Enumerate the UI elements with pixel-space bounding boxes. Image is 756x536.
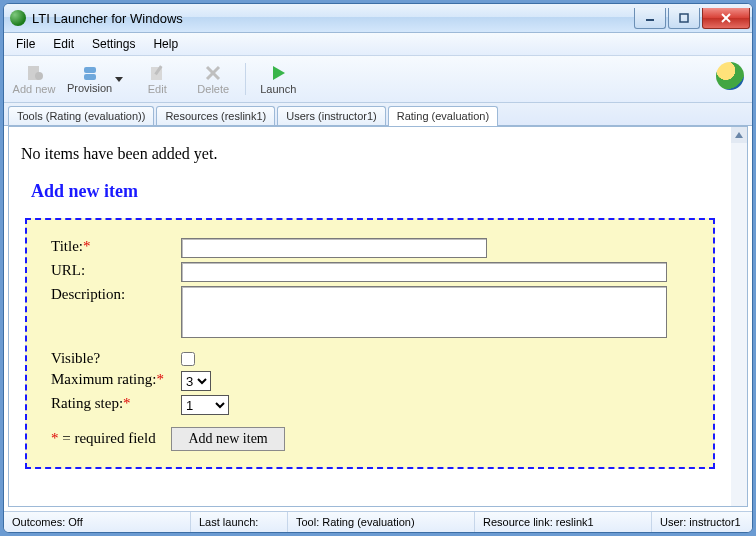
tab-tools[interactable]: Tools (Rating (evaluation)) [8,106,154,125]
add-item-form: Title:* URL: Description: Visible? [25,218,715,469]
provision-dropdown[interactable] [114,75,124,83]
content-scroll: No items have been added yet. Add new it… [9,127,731,506]
status-user: User: instructor1 [652,512,752,532]
toolbar-provision-label: Provision [67,82,112,94]
toolbar-launch-label: Launch [260,83,296,95]
toolbar-add-new-label: Add new [13,83,56,95]
tab-users[interactable]: Users (instructor1) [277,106,385,125]
svg-rect-6 [84,67,96,73]
svg-marker-8 [115,77,123,82]
menu-file[interactable]: File [8,35,43,53]
add-item-button[interactable]: Add new item [171,427,284,451]
form-heading: Add new item [31,181,723,202]
toolbar-delete-label: Delete [197,83,229,95]
chevron-up-icon [735,131,743,139]
content-pane: No items have been added yet. Add new it… [8,126,748,507]
delete-icon [204,64,222,82]
url-input[interactable] [181,262,667,282]
title-input[interactable] [181,238,487,258]
window-title: LTI Launcher for Windows [32,11,632,26]
launch-icon [269,64,287,82]
close-button[interactable] [702,8,750,29]
app-icon [10,10,26,26]
minimize-button[interactable] [634,8,666,29]
svg-marker-13 [273,66,285,80]
tab-strip: Tools (Rating (evaluation)) Resources (r… [4,103,752,126]
svg-rect-7 [84,74,96,80]
add-new-icon [25,64,43,82]
edit-icon [148,64,166,82]
app-window: LTI Launcher for Windows File Edit Setti… [3,3,753,533]
tab-rating[interactable]: Rating (evaluation) [388,106,498,126]
label-url: URL: [51,262,181,279]
label-max-rating: Maximum rating:* [51,371,181,388]
titlebar: LTI Launcher for Windows [4,4,752,33]
statusbar: Outcomes: Off Last launch: Tool: Rating … [4,511,752,532]
menu-help[interactable]: Help [145,35,186,53]
toolbar-add-new: Add new [10,60,58,98]
toolbar-provision[interactable]: Provision [66,59,125,99]
chevron-down-icon [115,75,123,83]
label-rating-step: Rating step:* [51,395,181,412]
label-visible: Visible? [51,350,181,367]
maximize-icon [679,13,689,23]
max-rating-select[interactable]: 3 [181,371,211,391]
label-description: Description: [51,286,181,303]
minimize-icon [645,13,655,23]
empty-message: No items have been added yet. [21,145,719,163]
vertical-scrollbar[interactable] [731,127,747,506]
svg-marker-14 [735,132,743,138]
brand-icon [716,62,744,90]
toolbar-launch[interactable]: Launch [254,60,302,98]
menu-edit[interactable]: Edit [45,35,82,53]
required-note: * * = required field= required field Add… [51,427,689,451]
menubar: File Edit Settings Help [4,33,752,56]
status-outcomes: Outcomes: Off [4,512,191,532]
visible-checkbox[interactable] [181,352,195,366]
rating-step-select[interactable]: 1 [181,395,229,415]
description-input[interactable] [181,286,667,338]
menu-settings[interactable]: Settings [84,35,143,53]
close-icon [720,13,732,23]
toolbar-edit: Edit [133,60,181,98]
provision-icon [81,64,99,82]
maximize-button[interactable] [668,8,700,29]
svg-rect-5 [35,72,43,80]
scroll-up-button[interactable] [731,127,747,143]
status-resource: Resource link: reslink1 [475,512,652,532]
svg-rect-1 [680,14,688,22]
window-controls [632,8,750,28]
tab-resources[interactable]: Resources (reslink1) [156,106,275,125]
toolbar-delete: Delete [189,60,237,98]
label-title: Title:* [51,238,181,255]
status-tool: Tool: Rating (evaluation) [288,512,475,532]
status-last-launch: Last launch: [191,512,288,532]
toolbar: Add new Provision Edit Delete [4,56,752,103]
toolbar-edit-label: Edit [148,83,167,95]
